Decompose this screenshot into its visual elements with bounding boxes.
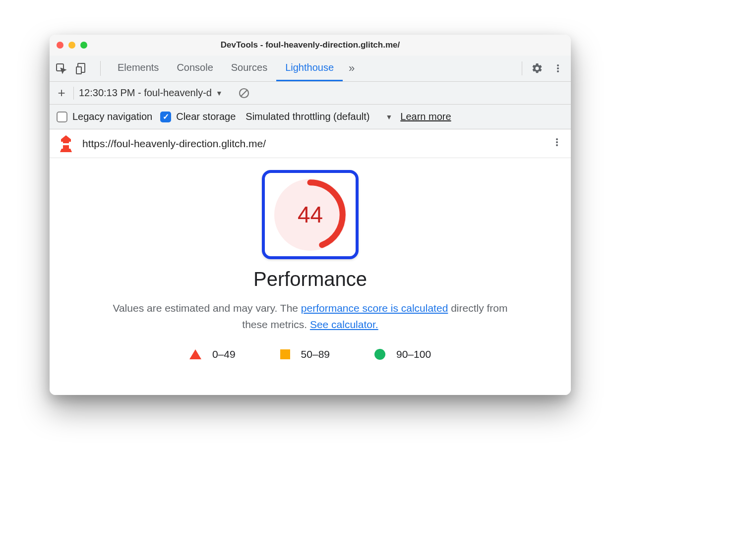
inspect-element-icon[interactable] <box>54 61 68 76</box>
new-report-button[interactable]: + <box>55 86 68 100</box>
minimize-window-button[interactable] <box>68 42 75 49</box>
learn-more-link[interactable]: Learn more <box>400 111 451 122</box>
category-title: Performance <box>253 268 367 290</box>
throttling-label: Simulated throttling (default) <box>245 111 369 122</box>
titlebar: DevTools - foul-heavenly-direction.glitc… <box>50 35 571 56</box>
svg-point-13 <box>556 141 558 143</box>
clear-all-icon[interactable] <box>237 86 251 101</box>
svg-point-5 <box>557 70 559 72</box>
square-icon <box>280 349 290 359</box>
clear-storage-label: Clear storage <box>176 111 236 122</box>
close-window-button[interactable] <box>57 42 63 49</box>
main-toolbar: Elements Console Sources Lighthouse » <box>50 56 571 82</box>
tab-sources[interactable]: Sources <box>222 56 276 81</box>
clear-storage-checkbox[interactable]: Clear storage <box>160 111 236 122</box>
svg-point-12 <box>556 138 558 140</box>
triangle-icon <box>189 349 201 359</box>
device-toolbar-icon[interactable] <box>74 61 89 76</box>
legacy-navigation-label: Legacy navigation <box>72 111 152 122</box>
legend-average-label: 50–89 <box>301 348 330 360</box>
settings-gear-icon[interactable] <box>528 59 546 77</box>
svg-marker-11 <box>60 149 72 152</box>
chevron-down-icon: ▼ <box>216 89 223 97</box>
divider <box>522 61 522 75</box>
legend-fail: 0–49 <box>189 348 236 360</box>
throttling-selector[interactable]: Simulated throttling (default) ▼ <box>245 111 392 122</box>
checkbox-checked-icon <box>160 112 171 122</box>
lighthouse-settings-bar: Legacy navigation Clear storage Simulate… <box>50 105 571 129</box>
performance-gauge[interactable]: 44 <box>274 179 346 251</box>
legend-average: 50–89 <box>280 348 330 360</box>
lighthouse-toolbar: + 12:30:13 PM - foul-heavenly-d ▼ <box>50 82 571 105</box>
checkbox-icon <box>57 112 67 122</box>
legend-fail-label: 0–49 <box>212 348 236 360</box>
tab-elements[interactable]: Elements <box>109 56 168 81</box>
report-selector-label: 12:30:13 PM - foul-heavenly-d <box>79 87 212 99</box>
divider <box>100 61 101 76</box>
lighthouse-report: 44 Performance Values are estimated and … <box>50 158 571 395</box>
report-selector[interactable]: 12:30:13 PM - foul-heavenly-d ▼ <box>79 87 223 99</box>
svg-rect-10 <box>63 143 69 145</box>
legend-pass: 90–100 <box>374 348 431 360</box>
svg-marker-8 <box>61 135 71 142</box>
report-header: https://foul-heavenly-direction.glitch.m… <box>50 129 571 158</box>
lighthouse-logo-icon <box>59 135 73 152</box>
zoom-window-button[interactable] <box>80 42 87 49</box>
score-legend: 0–49 50–89 90–100 <box>189 348 431 360</box>
window-title: DevTools - foul-heavenly-direction.glitc… <box>221 40 400 50</box>
score-calc-link[interactable]: performance score is calculated <box>301 302 448 314</box>
report-menu-icon[interactable] <box>552 137 562 150</box>
tab-lighthouse[interactable]: Lighthouse <box>276 56 343 81</box>
tab-console[interactable]: Console <box>168 56 222 81</box>
svg-line-7 <box>241 90 247 96</box>
svg-point-4 <box>557 67 559 69</box>
desc-text-1: Values are estimated and may vary. The <box>113 302 301 314</box>
audited-url: https://foul-heavenly-direction.glitch.m… <box>82 138 266 150</box>
svg-point-3 <box>557 64 559 66</box>
panel-tabs: Elements Console Sources Lighthouse <box>109 56 343 81</box>
see-calculator-link[interactable]: See calculator. <box>310 319 378 330</box>
performance-score: 44 <box>274 179 346 251</box>
more-options-icon[interactable] <box>549 59 567 77</box>
divider <box>73 87 74 100</box>
window-controls <box>57 42 87 49</box>
devtools-window: DevTools - foul-heavenly-direction.glitc… <box>50 35 571 395</box>
more-tabs-button[interactable]: » <box>343 62 361 75</box>
chevron-down-icon: ▼ <box>385 113 392 121</box>
score-highlight-box: 44 <box>262 170 359 259</box>
svg-rect-2 <box>76 67 81 74</box>
category-description: Values are estimated and may vary. The p… <box>105 300 516 333</box>
svg-point-14 <box>556 144 558 146</box>
circle-icon <box>374 349 385 360</box>
legacy-navigation-checkbox[interactable]: Legacy navigation <box>57 111 152 122</box>
legend-pass-label: 90–100 <box>396 348 431 360</box>
